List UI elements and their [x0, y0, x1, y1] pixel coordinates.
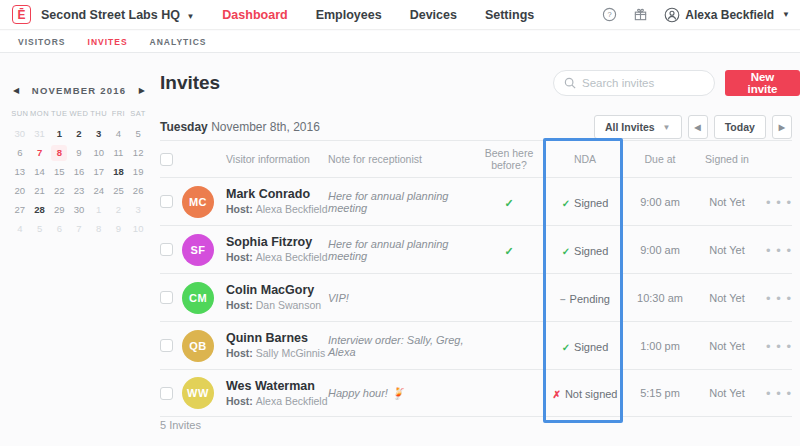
nav-item-devices[interactable]: Devices [410, 8, 457, 22]
calendar-date[interactable]: 10 [128, 219, 148, 238]
calendar-date[interactable]: 7 [69, 219, 89, 238]
invites-filter-dropdown[interactable]: All Invites▼ [594, 115, 682, 139]
calendar-date[interactable]: 13 [10, 162, 30, 181]
calendar-date[interactable]: 20 [10, 181, 30, 200]
row-checkbox[interactable] [160, 195, 173, 208]
row-checkbox[interactable] [160, 339, 173, 352]
nda-signed-icon: ✓ [562, 246, 570, 257]
row-checkbox[interactable] [160, 243, 173, 256]
current-date-label: Tuesday November 8th, 2016 [160, 120, 320, 134]
row-actions-menu-icon[interactable]: • • • [766, 339, 792, 354]
calendar-date[interactable]: 4 [109, 124, 129, 143]
tab-visitors[interactable]: VISITORS [18, 37, 66, 47]
top-bar: Ē Second Street Labs HQ ▼ DashboardEmplo… [0, 0, 800, 30]
calendar-date[interactable]: 30 [69, 200, 89, 219]
calendar-date[interactable]: 27 [10, 200, 30, 219]
section-tabs: VISITORSINVITESANALYTICS [0, 31, 800, 53]
calendar-date[interactable]: 25 [109, 181, 129, 200]
help-icon[interactable]: ? [602, 7, 617, 22]
calendar-title: NOVEMBER 2016 [32, 85, 126, 96]
calendar-date[interactable]: 14 [30, 162, 50, 181]
calendar-date[interactable]: 2 [69, 124, 89, 143]
search-input[interactable] [582, 77, 702, 89]
calendar-date[interactable]: 1 [89, 200, 109, 219]
calendar-date[interactable]: 7 [30, 143, 50, 162]
calendar-date[interactable]: 10 [89, 143, 109, 162]
gift-icon[interactable] [633, 7, 648, 22]
prev-day-button[interactable]: ◀ [688, 115, 708, 139]
header-been-here-before: Been here before? [476, 147, 542, 171]
nav-item-settings[interactable]: Settings [485, 8, 534, 22]
calendar-date[interactable]: 23 [69, 181, 89, 200]
nda-status-cell: ✓Signed [542, 337, 628, 355]
row-checkbox[interactable] [160, 291, 173, 304]
company-name: Second Street Labs HQ [41, 8, 180, 22]
calendar-date[interactable]: 30 [10, 124, 30, 143]
calendar-date[interactable]: 6 [10, 143, 30, 162]
calendar-date[interactable]: 21 [30, 181, 50, 200]
row-actions-menu-icon[interactable]: • • • [766, 291, 792, 306]
calendar-date[interactable]: 5 [30, 219, 50, 238]
calendar-date[interactable]: 4 [10, 219, 30, 238]
calendar-date[interactable]: 28 [30, 200, 50, 219]
topbar-right: ? Alexa Beckfield ▼ [602, 7, 790, 23]
new-invite-button[interactable]: New invite [725, 70, 800, 96]
calendar-day-name: WED [69, 109, 89, 118]
calendar-date[interactable]: 2 [109, 200, 129, 219]
calendar-date[interactable]: 24 [89, 181, 109, 200]
calendar-week-row: 45678910 [10, 219, 148, 238]
visitor-name: Quinn Barnes [226, 331, 328, 346]
calendar-date[interactable]: 19 [128, 162, 148, 181]
calendar-prev-icon[interactable]: ◀ [10, 84, 22, 97]
calendar-date[interactable]: 3 [128, 200, 148, 219]
header-due-at: Due at [628, 153, 692, 165]
avatar: WW [182, 377, 214, 409]
calendar-date[interactable]: 5 [128, 124, 148, 143]
nav-item-dashboard[interactable]: Dashboard [222, 8, 287, 22]
calendar-date[interactable]: 12 [128, 143, 148, 162]
row-actions-menu-icon[interactable]: • • • [766, 243, 792, 258]
nda-label: Signed [574, 245, 608, 257]
calendar-date[interactable]: 17 [89, 162, 109, 181]
check-icon: ✓ [504, 245, 513, 257]
calendar-date[interactable]: 8 [89, 219, 109, 238]
company-selector[interactable]: Second Street Labs HQ ▼ [41, 8, 194, 22]
row-actions-menu-icon[interactable]: • • • [766, 195, 792, 210]
nda-signed-icon: ✓ [562, 342, 570, 353]
tab-analytics[interactable]: ANALYTICS [150, 37, 207, 47]
row-actions-menu-icon[interactable]: • • • [766, 386, 792, 401]
calendar-date[interactable]: 26 [128, 181, 148, 200]
calendar-date[interactable]: 6 [49, 219, 69, 238]
nda-status-cell: ✓Signed [542, 241, 628, 259]
tab-invites[interactable]: INVITES [88, 37, 128, 47]
visitor-name: Sophia Fitzroy [226, 235, 328, 250]
due-at-value: 1:00 pm [628, 340, 692, 352]
select-all-checkbox[interactable] [160, 153, 173, 166]
search-box[interactable] [553, 70, 715, 96]
calendar-date[interactable]: 9 [69, 143, 89, 162]
today-button[interactable]: Today [714, 115, 766, 139]
calendar-date[interactable]: 3 [89, 124, 109, 143]
avatar: MC [182, 186, 214, 218]
calendar-date[interactable]: 18 [109, 162, 129, 181]
calendar-date-selected[interactable]: 8 [49, 143, 69, 162]
calendar-date[interactable]: 31 [30, 124, 50, 143]
date-rest: November 8th, 2016 [208, 120, 320, 134]
filter-label: All Invites [605, 121, 655, 133]
calendar-next-icon[interactable]: ▶ [136, 84, 148, 97]
header-visitor-information: Visitor information [226, 153, 328, 165]
row-checkbox[interactable] [160, 387, 173, 400]
nda-label: Signed [574, 341, 608, 353]
nav-item-employees[interactable]: Employees [316, 8, 382, 22]
next-day-button[interactable]: ▶ [772, 115, 792, 139]
calendar-date[interactable]: 11 [109, 143, 129, 162]
envoy-logo-icon[interactable]: Ē [12, 5, 31, 24]
user-menu[interactable]: Alexa Beckfield ▼ [664, 7, 790, 23]
calendar-date[interactable]: 9 [109, 219, 129, 238]
signed-in-value: Not Yet [692, 196, 762, 208]
calendar-date[interactable]: 22 [49, 181, 69, 200]
calendar-date[interactable]: 29 [49, 200, 69, 219]
calendar-date[interactable]: 16 [69, 162, 89, 181]
calendar-date[interactable]: 15 [49, 162, 69, 181]
calendar-date[interactable]: 1 [49, 124, 69, 143]
